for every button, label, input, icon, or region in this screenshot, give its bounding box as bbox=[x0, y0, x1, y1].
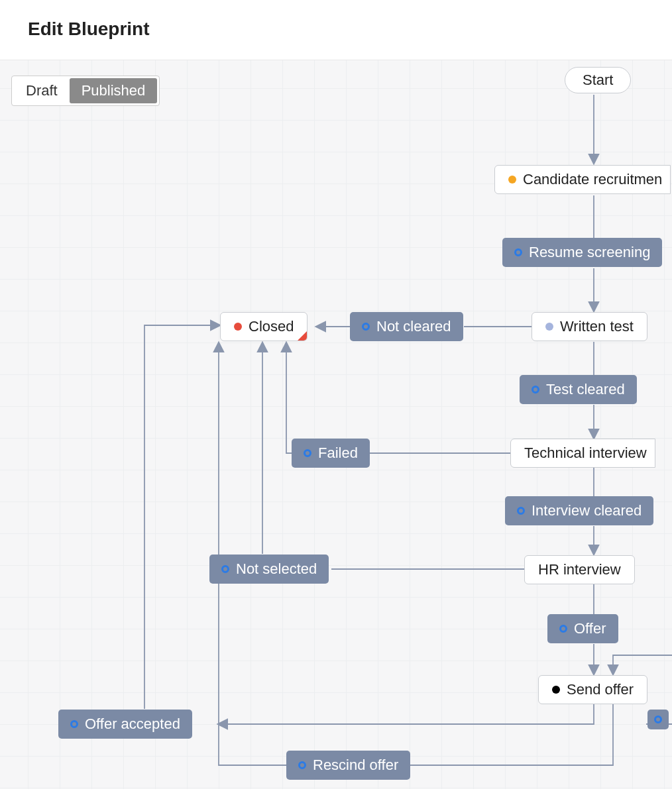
draft-published-toggle[interactable]: Draft Published bbox=[11, 76, 160, 106]
status-dot-icon bbox=[234, 323, 242, 331]
state-label: Written test bbox=[560, 318, 634, 335]
transition-ring-icon bbox=[559, 625, 567, 633]
header: Edit Blueprint bbox=[0, 0, 672, 60]
transition-partial-right[interactable] bbox=[647, 710, 669, 729]
transition-interview-cleared[interactable]: Interview cleared bbox=[505, 496, 653, 525]
transition-ring-icon bbox=[514, 248, 522, 256]
transition-rescind-offer[interactable]: Rescind offer bbox=[286, 751, 410, 780]
transition-ring-icon bbox=[362, 323, 370, 331]
transition-not-selected[interactable]: Not selected bbox=[209, 555, 329, 584]
state-hr-interview[interactable]: HR interview bbox=[524, 555, 635, 584]
transition-test-cleared[interactable]: Test cleared bbox=[520, 375, 637, 404]
state-label: Start bbox=[583, 72, 613, 89]
state-label: Send offer bbox=[567, 681, 634, 698]
transition-ring-icon bbox=[304, 449, 311, 457]
transition-ring-icon bbox=[298, 761, 306, 769]
state-label: Technical interview bbox=[524, 445, 647, 462]
transition-offer[interactable]: Offer bbox=[547, 614, 618, 643]
transition-ring-icon bbox=[532, 386, 539, 394]
status-dot-icon bbox=[552, 686, 560, 694]
state-technical-interview[interactable]: Technical interview bbox=[510, 439, 655, 468]
transition-label: Not cleared bbox=[376, 318, 451, 335]
state-label: Candidate recruitmen bbox=[523, 171, 662, 188]
state-send-offer[interactable]: Send offer bbox=[538, 675, 647, 704]
transition-ring-icon bbox=[70, 720, 78, 728]
transition-resume-screening[interactable]: Resume screening bbox=[502, 238, 662, 267]
status-dot-icon bbox=[508, 176, 516, 184]
transition-offer-accepted[interactable]: Offer accepted bbox=[58, 710, 192, 739]
state-label: Closed bbox=[249, 318, 294, 335]
transition-ring-icon bbox=[517, 507, 525, 515]
transition-label: Failed bbox=[318, 445, 358, 462]
corner-flag-icon bbox=[298, 331, 307, 341]
transition-ring-icon bbox=[654, 716, 662, 723]
state-closed[interactable]: Closed bbox=[220, 312, 308, 341]
page-title: Edit Blueprint bbox=[28, 19, 644, 40]
transition-ring-icon bbox=[221, 565, 229, 573]
state-start[interactable]: Start bbox=[565, 67, 631, 93]
state-candidate-recruitment[interactable]: Candidate recruitmen bbox=[494, 165, 671, 194]
transition-label: Interview cleared bbox=[532, 502, 642, 519]
transition-label: Offer accepted bbox=[85, 716, 180, 733]
transition-label: Not selected bbox=[236, 560, 317, 578]
toggle-draft[interactable]: Draft bbox=[14, 78, 70, 103]
transition-label: Offer bbox=[574, 620, 606, 637]
transition-label: Resume screening bbox=[529, 244, 650, 261]
transition-failed[interactable]: Failed bbox=[292, 439, 370, 468]
toggle-published[interactable]: Published bbox=[70, 78, 158, 103]
status-dot-icon bbox=[545, 323, 553, 331]
state-written-test[interactable]: Written test bbox=[532, 312, 647, 341]
transition-label: Rescind offer bbox=[313, 757, 398, 774]
blueprint-canvas[interactable]: Draft Published bbox=[0, 60, 672, 789]
transition-label: Test cleared bbox=[546, 381, 625, 398]
transition-not-cleared[interactable]: Not cleared bbox=[350, 312, 463, 341]
state-label: HR interview bbox=[538, 561, 621, 578]
